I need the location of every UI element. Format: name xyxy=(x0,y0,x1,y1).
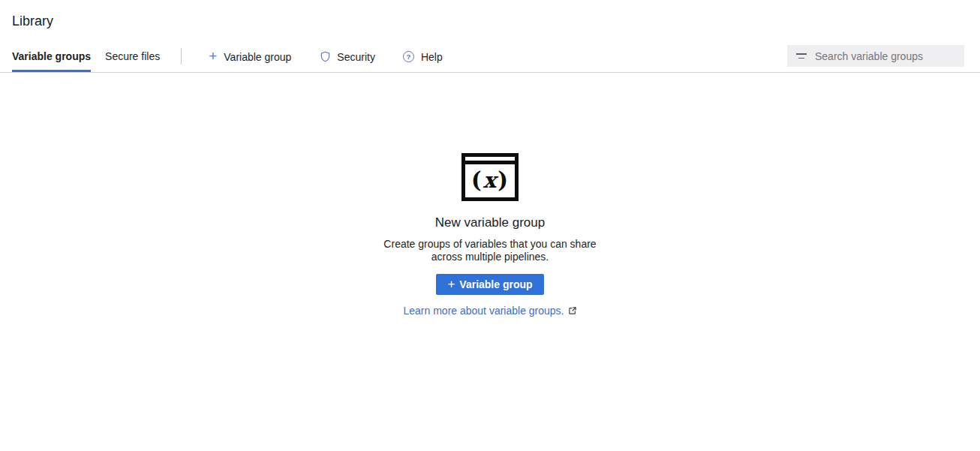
tab-variable-groups[interactable]: Variable groups xyxy=(12,40,91,72)
search-input[interactable] xyxy=(815,50,955,62)
variable-group-icon-titlebar xyxy=(465,157,515,164)
help-icon-glyph: ? xyxy=(407,53,411,61)
variable-group-primary-button-label: Variable group xyxy=(459,278,532,290)
help-button[interactable]: ? Help xyxy=(403,40,443,72)
security-label: Security xyxy=(337,51,375,63)
empty-state: ( x ) New variable group Create groups o… xyxy=(0,153,980,317)
variable-group-icon-body: ( x ) xyxy=(465,164,515,197)
library-header: Library Variable groups Secure files + V… xyxy=(0,0,980,73)
variable-group-icon: ( x ) xyxy=(461,153,519,201)
tab-secure-files-label: Secure files xyxy=(105,50,160,62)
learn-more-link[interactable]: Learn more about variable groups. xyxy=(403,305,564,317)
search-box[interactable] xyxy=(787,45,964,67)
empty-state-title: New variable group xyxy=(435,215,545,230)
tab-bar: Variable groups Secure files + Variable … xyxy=(0,40,980,73)
plus-icon: + xyxy=(209,49,217,63)
add-variable-group-button[interactable]: + Variable group xyxy=(209,40,291,72)
empty-state-description-line2: across multiple pipelines. xyxy=(383,251,596,263)
tab-secure-files[interactable]: Secure files xyxy=(105,40,160,72)
security-button[interactable]: Security xyxy=(320,40,375,72)
plus-icon: + xyxy=(447,278,455,290)
external-link-icon xyxy=(568,306,577,315)
add-variable-group-label: Variable group xyxy=(224,51,291,63)
tab-variable-groups-label: Variable groups xyxy=(12,50,91,62)
page-title: Library xyxy=(12,13,968,29)
variable-group-primary-button[interactable]: + Variable group xyxy=(436,274,543,295)
x-glyph: x xyxy=(482,167,498,193)
filter-icon xyxy=(796,53,807,59)
learn-more-row: Learn more about variable groups. xyxy=(403,305,576,317)
paren-close-glyph: ) xyxy=(498,167,509,193)
toolbar-divider xyxy=(181,48,182,65)
help-icon: ? xyxy=(403,51,414,62)
shield-icon xyxy=(320,51,330,62)
empty-state-description: Create groups of variables that you can … xyxy=(383,238,596,263)
help-label: Help xyxy=(421,51,443,63)
paren-open-glyph: ( xyxy=(471,167,482,193)
empty-state-description-line1: Create groups of variables that you can … xyxy=(383,238,596,251)
